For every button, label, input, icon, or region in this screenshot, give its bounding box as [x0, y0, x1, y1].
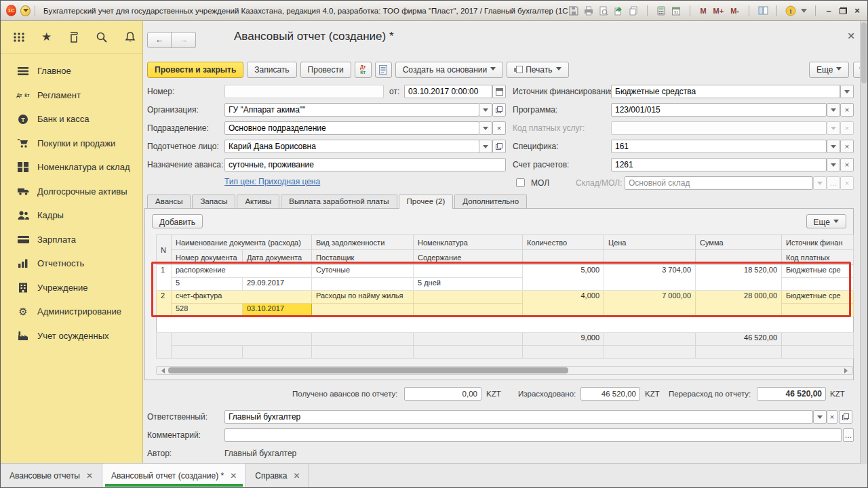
print-button[interactable]: Печать — [507, 62, 568, 78]
sidebar-item-salary[interactable]: Зарплата — [1, 228, 142, 252]
advance-purpose-field[interactable]: суточные, проживание — [224, 158, 506, 171]
memory-m-button[interactable]: M — [698, 5, 707, 16]
person-open-icon[interactable] — [492, 140, 506, 153]
create-based-on-button[interactable]: Создать на основании — [395, 62, 504, 78]
sidebar-item-administration[interactable]: ⚙ Администрирование — [1, 300, 142, 324]
window-tab-advance-report-new[interactable]: Авансовый отчет (создание) * ✕ — [102, 464, 246, 487]
dtkt-postings-icon[interactable]: ДтКт — [355, 62, 372, 78]
scrollbar-thumb[interactable] — [168, 367, 568, 373]
account-clear-icon[interactable]: × — [840, 158, 854, 171]
comment-more-icon[interactable]: … — [843, 428, 854, 442]
organization-open-icon[interactable] — [492, 103, 506, 117]
comment-field[interactable] — [224, 428, 842, 442]
mol-checkbox[interactable] — [516, 178, 525, 187]
settlement-account-field[interactable]: 1261 — [611, 158, 827, 171]
sidebar-item-purchases[interactable]: Покупки и продажи — [1, 131, 142, 156]
accountable-person-field[interactable]: Карий Дана Борисовна — [224, 140, 479, 153]
organization-dropdown-icon[interactable] — [479, 103, 492, 117]
tab-additional[interactable]: Дополнительно — [454, 195, 527, 208]
tab-advances[interactable]: Авансы — [147, 195, 191, 208]
print-icon[interactable] — [583, 5, 594, 16]
date-field[interactable]: 03.10.2017 0:00:00 — [404, 85, 492, 98]
save-icon[interactable] — [568, 5, 579, 16]
warehouse-field[interactable]: Основной склад — [625, 176, 813, 190]
memory-m-plus-button[interactable]: M+ — [712, 5, 726, 16]
price-type-link[interactable]: Тип цен: Приходная цена — [224, 177, 320, 186]
col-funding-source[interactable]: Источник финан — [782, 235, 854, 250]
col-debt-type[interactable]: Вид задолженности — [312, 235, 414, 250]
received-advances-field[interactable]: 0,00 — [404, 387, 481, 401]
responsible-dropdown-icon[interactable] — [813, 410, 827, 424]
minimize-icon[interactable]: – — [824, 5, 833, 16]
more-button[interactable]: Еще — [809, 62, 849, 78]
department-clear-icon[interactable]: × — [492, 121, 506, 135]
tab-salary-payment[interactable]: Выплата заработной платы — [281, 195, 397, 208]
calendar-icon[interactable]: 31 — [671, 5, 682, 16]
save-button[interactable]: Записать — [247, 62, 296, 78]
post-and-close-button[interactable]: Провести и закрыть — [147, 62, 243, 78]
main-menu-dropdown-icon[interactable] — [20, 5, 31, 16]
calendar-picker-icon[interactable] — [492, 85, 506, 98]
sidebar-item-convicts[interactable]: Учет осужденных — [1, 324, 142, 348]
tab-close-icon[interactable]: ✕ — [293, 471, 300, 481]
restore-icon[interactable] — [837, 5, 848, 16]
window-tab-help[interactable]: Справка ✕ — [246, 464, 309, 487]
search-icon[interactable] — [96, 31, 108, 43]
department-field[interactable]: Основное подразделение — [224, 121, 479, 135]
post-button[interactable]: Провести — [300, 62, 351, 78]
responsible-field[interactable]: Главный бухгалтер — [224, 410, 813, 424]
dropdown-icon[interactable] — [800, 5, 807, 16]
col-quantity[interactable]: Количество — [523, 235, 604, 250]
add-row-button[interactable]: Добавить — [152, 214, 203, 228]
calculator-icon[interactable] — [656, 5, 667, 16]
sidebar-item-main[interactable]: Главное — [1, 59, 142, 83]
paid-services-code-field[interactable] — [611, 121, 827, 135]
col-doc-number[interactable]: Номер документа — [172, 250, 243, 265]
form-close-icon[interactable]: ✕ — [846, 30, 856, 41]
window-tab-advance-reports[interactable]: Авансовые отчеты ✕ — [1, 464, 102, 487]
responsible-clear-icon[interactable]: × — [827, 410, 837, 424]
specifics-dropdown-icon[interactable] — [827, 140, 840, 153]
info-icon[interactable]: i — [785, 5, 796, 16]
split-window-icon[interactable] — [757, 5, 768, 16]
col-content[interactable]: Содержание — [414, 250, 523, 265]
account-dropdown-icon[interactable] — [827, 158, 840, 171]
col-doc-date[interactable]: Дата документа — [243, 250, 312, 265]
table-row-selected[interactable]: 2 счет-фактура Расходы по найму жилья 4,… — [157, 291, 854, 304]
col-paid-code[interactable]: Код платных — [782, 250, 854, 265]
col-sum[interactable]: Сумма — [696, 235, 782, 250]
scroll-right-icon[interactable] — [844, 368, 850, 373]
copy-icon[interactable] — [628, 5, 639, 16]
memory-m-minus-button[interactable]: M- — [729, 5, 741, 16]
tab-assets[interactable]: Активы — [237, 195, 279, 208]
vertical-scrollbar[interactable] — [860, 21, 867, 464]
sidebar-item-reports[interactable]: Отчетность — [1, 251, 142, 276]
sidebar-item-bank[interactable]: Т Банк и касса — [1, 107, 142, 131]
nav-forward-button[interactable]: → — [172, 32, 196, 48]
department-dropdown-icon[interactable] — [479, 121, 492, 135]
person-dropdown-icon[interactable] — [479, 140, 492, 153]
col-supplier[interactable]: Поставщик — [312, 250, 414, 265]
responsible-open-icon[interactable] — [839, 410, 852, 424]
nav-back-button[interactable]: ← — [147, 32, 172, 48]
tab-other[interactable]: Прочее (2) — [399, 195, 454, 209]
send-icon[interactable] — [613, 5, 624, 16]
horizontal-scrollbar[interactable] — [156, 366, 853, 375]
funding-source-dropdown-icon[interactable] — [840, 85, 854, 98]
col-doc-name[interactable]: Наименование документа (расхода) — [172, 235, 312, 250]
specifics-clear-icon[interactable]: × — [840, 140, 854, 153]
col-n[interactable]: N — [157, 235, 172, 265]
program-dropdown-icon[interactable] — [827, 103, 840, 117]
col-price[interactable]: Цена — [604, 235, 696, 250]
history-icon[interactable] — [68, 31, 79, 43]
sidebar-item-hr[interactable]: Кадры — [1, 203, 142, 228]
spent-field[interactable]: 46 520,00 — [580, 387, 640, 401]
sidebar-item-reglament[interactable]: ДтКт Регламент — [1, 83, 142, 108]
scroll-left-icon[interactable] — [159, 368, 165, 373]
print-preview-icon[interactable] — [598, 5, 609, 16]
table-row[interactable]: 1 распоряжение Суточные 5,000 3 704,00 1… — [157, 265, 854, 278]
sidebar-item-institution[interactable]: Учреждение — [1, 276, 142, 300]
program-clear-icon[interactable]: × — [840, 103, 854, 117]
number-field[interactable] — [224, 85, 384, 98]
star-icon[interactable]: ★ — [41, 32, 52, 43]
